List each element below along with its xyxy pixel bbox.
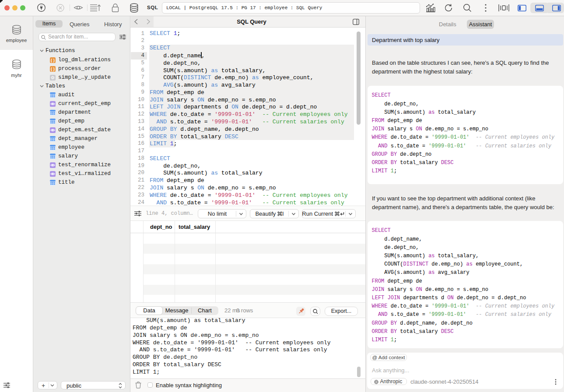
- svg-text:(): (): [50, 67, 55, 72]
- svg-text:(): (): [50, 59, 55, 63]
